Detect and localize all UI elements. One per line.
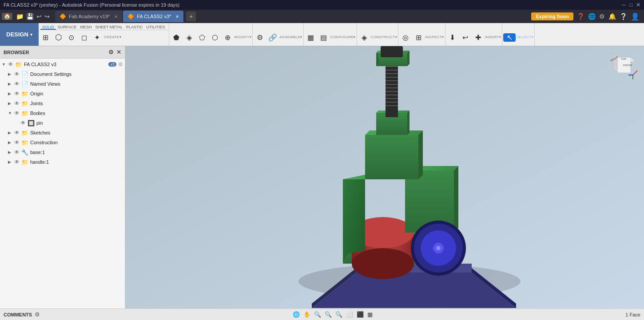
interference-button[interactable]: ⊞ (412, 33, 425, 42)
tree-item-base[interactable]: ▶ 👁 🔧 base:1 (0, 147, 125, 157)
tree-item-joints[interactable]: ▶ 👁 📁 Joints (0, 99, 125, 108)
undo-button[interactable]: ↩ (36, 13, 43, 20)
expand-joints-arrow[interactable]: ▶ (8, 101, 14, 106)
joint-button[interactable]: ⚙ (254, 33, 266, 42)
tree-item-root[interactable]: ▼ 👁 📁 FA CLASS2 v3 v3 ⚙ (0, 59, 125, 69)
move-button[interactable]: ⊕ (222, 33, 234, 42)
minimize-button[interactable]: ─ (622, 2, 626, 8)
expand-doc-arrow[interactable]: ▶ (8, 72, 14, 76)
tab-fa-class2[interactable]: 🔶 FA CLASS2 v3* ✕ (123, 11, 183, 22)
shell-button[interactable]: ⬡ (209, 33, 221, 42)
window-controls[interactable]: ─ □ ✕ (622, 2, 640, 8)
root-settings-icon[interactable]: ⚙ (118, 61, 123, 67)
parameters-button[interactable]: ▦ (305, 33, 317, 42)
close-fa-tab[interactable]: ✕ (175, 14, 179, 19)
file-menu[interactable]: 📁 (15, 13, 24, 20)
expand-bodies-arrow[interactable]: ▼ (8, 111, 14, 115)
chamfer-button[interactable]: ⬠ (196, 33, 208, 42)
tree-item-named-views[interactable]: ▶ 👁 📄 Named Views (0, 79, 125, 89)
insert-svg-button[interactable]: ↩ (459, 33, 472, 42)
sweep-button[interactable]: ◻ (78, 33, 91, 42)
tree-item-sketches[interactable]: ▶ 👁 📁 Sketches (0, 128, 125, 138)
visibility-joints-icon[interactable]: 👁 (14, 100, 21, 107)
zoom-fit-icon[interactable]: 🔍 (314, 311, 321, 318)
extrude-button[interactable]: ⬡ (52, 33, 65, 43)
expand-construction-arrow[interactable]: ▶ (8, 140, 14, 145)
tab-surface[interactable]: SURFACE (56, 24, 79, 30)
insert-add-button[interactable]: ✚ (472, 33, 485, 42)
pan-icon[interactable]: ✋ (303, 311, 310, 318)
revolve-button[interactable]: ⊙ (65, 33, 78, 42)
visibility-root-icon[interactable]: 👁 (8, 61, 15, 67)
measure-button[interactable]: ◎ (399, 33, 412, 42)
browser-close-icon[interactable]: ✕ (116, 49, 121, 55)
expand-root-arrow[interactable]: ▼ (2, 62, 8, 67)
maximize-button[interactable]: □ (629, 2, 632, 8)
fillet-button[interactable]: ◈ (183, 33, 195, 42)
orbit-icon[interactable]: 🌐 (293, 311, 300, 318)
visibility-pin-icon[interactable]: 👁 (20, 120, 28, 126)
expiring-soon-button[interactable]: Expiring Soon (531, 12, 573, 20)
visibility-handle-icon[interactable]: 👁 (14, 159, 21, 165)
expand-base-arrow[interactable]: ▶ (8, 150, 14, 154)
comments-settings-icon[interactable]: ⚙ (35, 311, 40, 318)
select-button[interactable]: ↖ (503, 33, 516, 42)
tab-mesh[interactable]: MESH (78, 24, 93, 30)
3d-viewport[interactable]: FRONT TOP RIGHT (125, 46, 644, 308)
tree-item-origin[interactable]: ▶ 👁 📁 Origin (0, 89, 125, 99)
visibility-base-icon[interactable]: 👁 (14, 149, 21, 155)
tree-item-pin[interactable]: 👁 🔲 pin (0, 118, 125, 128)
visibility-doc-icon[interactable]: 👁 (14, 71, 21, 77)
new-tab-button[interactable]: + (186, 12, 196, 21)
expand-views-arrow[interactable]: ▶ (8, 82, 14, 86)
redo-button[interactable]: ↪ (44, 13, 51, 20)
tree-item-bodies[interactable]: ▼ 👁 📁 Bodies (0, 108, 125, 118)
new-component-button[interactable]: ⊞ (40, 33, 52, 42)
gear-icon[interactable]: ⚙ (599, 13, 605, 20)
tab-solid[interactable]: SOLID (40, 24, 56, 30)
visibility-construction-icon[interactable]: 👁 (14, 139, 21, 146)
expand-sketches-arrow[interactable]: ▶ (8, 130, 14, 135)
home-button[interactable]: 🏠 (2, 13, 12, 20)
bell-icon[interactable]: 🔔 (608, 13, 616, 20)
zoom-in-icon[interactable]: 🔍 (325, 311, 332, 318)
expand-origin-arrow[interactable]: ▶ (8, 91, 14, 96)
tree-item-handle[interactable]: ▶ 👁 📁 handle:1 (0, 157, 125, 167)
save-button[interactable]: 💾 (25, 13, 35, 20)
visibility-bodies-icon[interactable]: 👁 (14, 110, 21, 116)
insert-mesh-button[interactable]: ⬇ (446, 33, 459, 42)
browser-settings-icon[interactable]: ⚙ (108, 49, 114, 55)
tree-item-document-settings[interactable]: ▶ 👁 📄 Document Settings (0, 69, 125, 79)
grid-icon[interactable]: ▦ (367, 311, 373, 318)
globe-icon[interactable]: 🌐 (588, 13, 596, 20)
design-workspace-button[interactable]: DESIGN ▾ (0, 23, 39, 46)
tab-label-fa-class2: FA CLASS2 v3* (137, 14, 171, 19)
visibility-origin-icon[interactable]: 👁 (14, 91, 21, 97)
rigid-group-button[interactable]: 🔗 (266, 33, 279, 42)
insert-add-icon: ✚ (475, 34, 481, 42)
close-button[interactable]: ✕ (636, 2, 640, 8)
pin-body-icon: 🔲 (28, 120, 36, 126)
display-mode-icon[interactable]: ⬜ (346, 311, 353, 318)
tab-utilities[interactable]: UTILITIES (145, 24, 167, 30)
loft-button[interactable]: ✦ (91, 33, 103, 42)
create-icons: ⊞ ⬡ ⊙ ◻ ✦ CREATE▾ (39, 30, 169, 45)
close-fab-tab[interactable]: ✕ (114, 14, 118, 19)
tab-sheet-metal[interactable]: SHEET METAL (93, 24, 124, 30)
face-count-area: 1 Face (625, 312, 640, 317)
question-icon[interactable]: ❔ (620, 13, 627, 20)
tab-fab-academy[interactable]: 🔶 Fab Academy v19* ✕ (55, 11, 122, 22)
nav-cube[interactable]: FRONT TOP RIGHT (608, 51, 640, 82)
plane-button[interactable]: ◈ (358, 33, 370, 42)
tree-item-construction[interactable]: ▶ 👁 📁 Construction (0, 138, 125, 147)
visibility-views-icon[interactable]: 👁 (14, 81, 21, 87)
zoom-out-icon[interactable]: 🔍 (335, 311, 342, 318)
expand-handle-arrow[interactable]: ▶ (8, 160, 14, 164)
help-icon[interactable]: ❓ (577, 13, 584, 20)
table-button[interactable]: ▤ (318, 33, 330, 42)
tab-plastic[interactable]: PLASTIC (124, 24, 145, 30)
user-avatar[interactable]: 👤 (631, 12, 640, 21)
visual-style-icon[interactable]: ⬛ (357, 311, 364, 318)
press-pull-button[interactable]: ⬟ (170, 33, 183, 42)
visibility-sketches-icon[interactable]: 👁 (14, 130, 21, 136)
